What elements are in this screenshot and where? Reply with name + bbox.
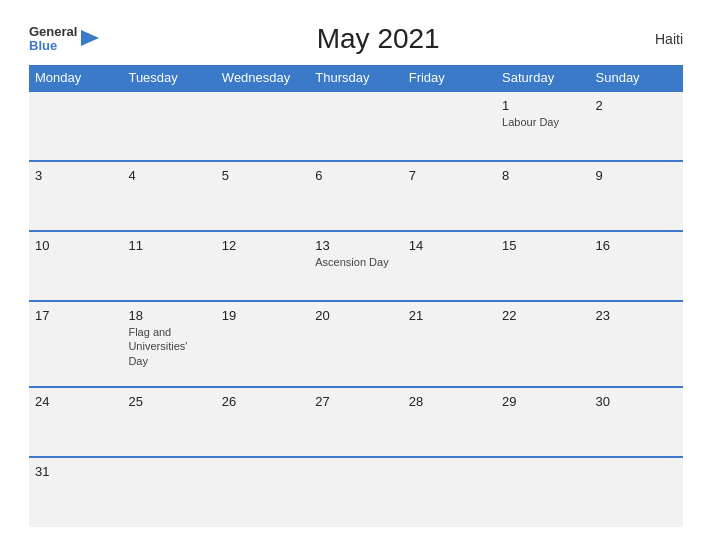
calendar-cell	[309, 457, 402, 527]
calendar-cell: 6	[309, 161, 402, 231]
day-number: 19	[222, 308, 303, 323]
day-number: 27	[315, 394, 396, 409]
top-bar: General Blue May 2021 Haiti	[29, 23, 683, 55]
calendar-cell: 8	[496, 161, 589, 231]
calendar-cell: 18Flag and Universities' Day	[122, 301, 215, 387]
holiday-name: Flag and Universities' Day	[128, 325, 209, 368]
calendar-cell: 28	[403, 387, 496, 457]
logo-blue-text: Blue	[29, 39, 77, 53]
weekday-header-thursday: Thursday	[309, 65, 402, 91]
calendar-row-5: 31	[29, 457, 683, 527]
calendar-cell: 7	[403, 161, 496, 231]
calendar-cell	[403, 91, 496, 161]
calendar-cell	[122, 91, 215, 161]
day-number: 4	[128, 168, 209, 183]
day-number: 23	[596, 308, 677, 323]
calendar-cell: 10	[29, 231, 122, 301]
calendar-cell: 9	[590, 161, 683, 231]
day-number: 13	[315, 238, 396, 253]
day-number: 30	[596, 394, 677, 409]
day-number: 11	[128, 238, 209, 253]
calendar-cell	[496, 457, 589, 527]
calendar-cell	[216, 91, 309, 161]
calendar-cell: 27	[309, 387, 402, 457]
day-number: 12	[222, 238, 303, 253]
calendar-cell: 1Labour Day	[496, 91, 589, 161]
calendar-cell: 2	[590, 91, 683, 161]
day-number: 8	[502, 168, 583, 183]
logo: General Blue	[29, 25, 101, 54]
day-number: 10	[35, 238, 116, 253]
weekday-header-tuesday: Tuesday	[122, 65, 215, 91]
calendar-cell: 19	[216, 301, 309, 387]
holiday-name: Ascension Day	[315, 255, 396, 269]
calendar-row-1: 3456789	[29, 161, 683, 231]
calendar-row-4: 24252627282930	[29, 387, 683, 457]
calendar-cell	[29, 91, 122, 161]
calendar-cell	[122, 457, 215, 527]
calendar-cell: 3	[29, 161, 122, 231]
calendar-cell: 31	[29, 457, 122, 527]
day-number: 28	[409, 394, 490, 409]
day-number: 6	[315, 168, 396, 183]
weekday-header-wednesday: Wednesday	[216, 65, 309, 91]
day-number: 15	[502, 238, 583, 253]
weekday-header-monday: Monday	[29, 65, 122, 91]
calendar-cell	[403, 457, 496, 527]
holiday-name: Labour Day	[502, 115, 583, 129]
day-number: 17	[35, 308, 116, 323]
logo-general-text: General	[29, 25, 77, 39]
calendar-cell: 22	[496, 301, 589, 387]
day-number: 14	[409, 238, 490, 253]
weekday-header-saturday: Saturday	[496, 65, 589, 91]
day-number: 22	[502, 308, 583, 323]
day-number: 3	[35, 168, 116, 183]
calendar-cell: 21	[403, 301, 496, 387]
day-number: 9	[596, 168, 677, 183]
calendar-title: May 2021	[101, 23, 655, 55]
day-number: 1	[502, 98, 583, 113]
day-number: 2	[596, 98, 677, 113]
calendar-cell: 30	[590, 387, 683, 457]
calendar-cell: 11	[122, 231, 215, 301]
calendar-row-0: 1Labour Day2	[29, 91, 683, 161]
calendar-cell: 4	[122, 161, 215, 231]
logo-flag-icon	[79, 28, 101, 48]
day-number: 7	[409, 168, 490, 183]
calendar-cell: 20	[309, 301, 402, 387]
svg-marker-0	[81, 30, 99, 46]
calendar-cell: 16	[590, 231, 683, 301]
calendar-cell: 17	[29, 301, 122, 387]
day-number: 16	[596, 238, 677, 253]
calendar-cell: 15	[496, 231, 589, 301]
day-number: 29	[502, 394, 583, 409]
calendar-cell	[590, 457, 683, 527]
calendar-cell: 14	[403, 231, 496, 301]
calendar-cell	[216, 457, 309, 527]
calendar-container: General Blue May 2021 Haiti MondayTuesda…	[11, 7, 701, 543]
calendar-cell: 23	[590, 301, 683, 387]
day-number: 25	[128, 394, 209, 409]
calendar-cell	[309, 91, 402, 161]
calendar-cell: 26	[216, 387, 309, 457]
calendar-cell: 25	[122, 387, 215, 457]
calendar-cell: 5	[216, 161, 309, 231]
calendar-cell: 12	[216, 231, 309, 301]
calendar-cell: 13Ascension Day	[309, 231, 402, 301]
calendar-cell: 29	[496, 387, 589, 457]
day-number: 24	[35, 394, 116, 409]
day-number: 18	[128, 308, 209, 323]
calendar-row-3: 1718Flag and Universities' Day1920212223	[29, 301, 683, 387]
day-number: 26	[222, 394, 303, 409]
calendar-table: MondayTuesdayWednesdayThursdayFridaySatu…	[29, 65, 683, 527]
day-number: 21	[409, 308, 490, 323]
day-number: 20	[315, 308, 396, 323]
country-name: Haiti	[655, 31, 683, 47]
day-number: 31	[35, 464, 116, 479]
weekday-header-sunday: Sunday	[590, 65, 683, 91]
weekday-header-friday: Friday	[403, 65, 496, 91]
day-number: 5	[222, 168, 303, 183]
calendar-row-2: 10111213Ascension Day141516	[29, 231, 683, 301]
weekday-header-row: MondayTuesdayWednesdayThursdayFridaySatu…	[29, 65, 683, 91]
calendar-cell: 24	[29, 387, 122, 457]
